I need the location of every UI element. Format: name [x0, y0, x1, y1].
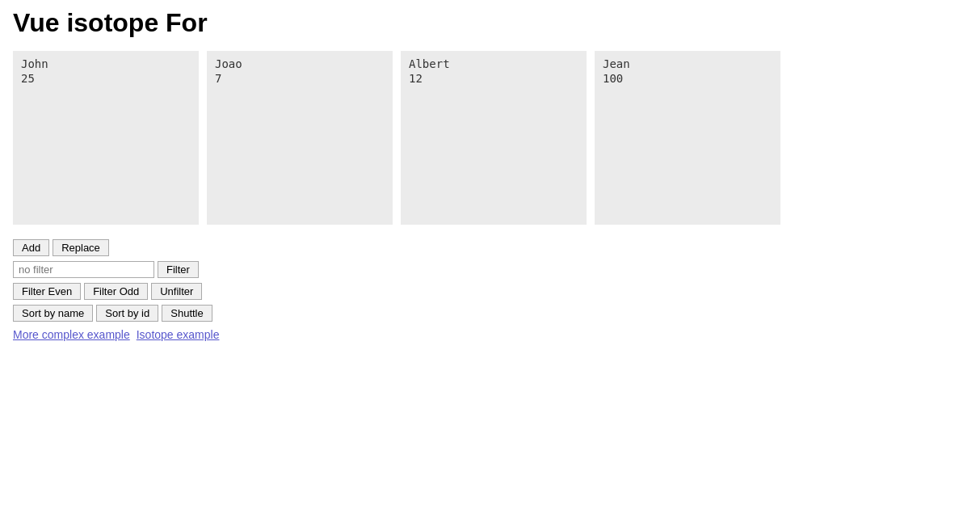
links-row: More complex example Isotope example [13, 328, 219, 341]
add-button[interactable]: Add [13, 239, 49, 256]
filter-input[interactable] [13, 261, 154, 278]
page-title: Vue isotope For [13, 8, 967, 38]
card-name-john: John [21, 57, 191, 70]
add-replace-row: Add Replace [13, 239, 109, 256]
card-id-john: 25 [21, 72, 191, 85]
card-name-jean: Jean [603, 57, 772, 70]
replace-button[interactable]: Replace [53, 239, 109, 256]
card-id-albert: 12 [409, 72, 578, 85]
isotope-example-link[interactable]: Isotope example [137, 328, 220, 341]
sort-buttons-row: Sort by name Sort by id Shuttle [13, 305, 212, 322]
cards-container: John 25 Joao 7 Albert 12 Jean 100 [13, 51, 967, 225]
filter-odd-button[interactable]: Filter Odd [84, 283, 148, 300]
filter-button[interactable]: Filter [158, 261, 199, 278]
unfilter-button[interactable]: Unfilter [151, 283, 202, 300]
card-jean: Jean 100 [595, 51, 780, 225]
controls-panel: Add Replace Filter Filter Even Filter Od… [13, 239, 967, 341]
filter-input-row: Filter [13, 261, 199, 278]
card-john: John 25 [13, 51, 199, 225]
card-id-jean: 100 [603, 72, 772, 85]
sort-by-id-button[interactable]: Sort by id [96, 305, 158, 322]
sort-by-name-button[interactable]: Sort by name [13, 305, 93, 322]
card-joao: Joao 7 [207, 51, 393, 225]
card-albert: Albert 12 [401, 51, 587, 225]
filter-buttons-row: Filter Even Filter Odd Unfilter [13, 283, 202, 300]
shuttle-button[interactable]: Shuttle [162, 305, 212, 322]
card-name-albert: Albert [409, 57, 578, 70]
card-name-joao: Joao [215, 57, 385, 70]
more-complex-example-link[interactable]: More complex example [13, 328, 130, 341]
filter-even-button[interactable]: Filter Even [13, 283, 81, 300]
card-id-joao: 7 [215, 72, 385, 85]
